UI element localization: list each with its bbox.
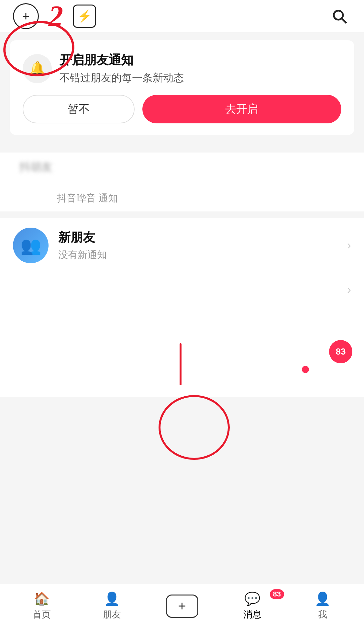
profile-nav-icon: 👤 [314, 591, 331, 607]
nav-left-group: 2 ⚡ [13, 2, 96, 31]
new-friends-avatar: 👥 [13, 228, 49, 263]
search-icon [331, 8, 348, 25]
svg-point-0 [334, 10, 343, 19]
bottom-navigation: 🏠 首页 👤 朋友 + 💬 消息 83 👤 我 [0, 583, 364, 635]
friends-icon: 👥 [20, 236, 41, 255]
notification-subtitle: 不错过朋友的每一条新动态 [60, 71, 341, 85]
messages-nav-icon: 💬 [244, 591, 260, 607]
new-friends-item[interactable]: 👥 新朋友 没有新通知 › [0, 218, 364, 273]
notification-text: 开启朋友通知 不错过朋友的每一条新动态 [60, 52, 341, 85]
empty-content-area [0, 306, 364, 397]
friends-nav-icon: 👤 [104, 591, 120, 607]
add-button[interactable] [13, 3, 39, 29]
friend-tabs: 抖胡友 [13, 153, 351, 182]
message-nav-badge: 83 [270, 589, 284, 599]
cancel-button[interactable]: 暂不 [23, 95, 135, 123]
notification-actions: 暂不 去开启 [23, 95, 341, 123]
notification-header: 🔔 开启朋友通知 不错过朋友的每一条新动态 [23, 52, 341, 85]
confirm-button[interactable]: 去开启 [142, 95, 341, 123]
nav-profile-label: 我 [318, 608, 327, 621]
chevron-right-icon: › [347, 239, 351, 252]
message-badge-top: 83 [329, 340, 352, 363]
bell-icon: 🔔 [29, 61, 46, 76]
create-plus-icon: + [178, 598, 186, 614]
section-divider [0, 143, 364, 153]
chevron-right-icon-2: › [347, 283, 351, 297]
nav-friends-label: 朋友 [103, 608, 121, 621]
nav-item-profile[interactable]: 👤 我 [287, 587, 358, 626]
bell-icon-container: 🔔 [23, 54, 52, 83]
friend-tabs-container: 抖胡友 [0, 153, 364, 182]
svg-line-1 [342, 18, 347, 23]
search-button[interactable] [328, 5, 351, 28]
new-friends-text: 新朋友 没有新通知 [58, 229, 337, 262]
tab-douhu-friend[interactable]: 抖胡友 [13, 153, 59, 182]
nav-item-create[interactable]: + [147, 587, 217, 626]
section-header: 抖音哗音 通知 [0, 182, 364, 211]
section-notification-label: 抖音哗音 通知 [57, 192, 118, 205]
top-navigation: 2 ⚡ [0, 0, 364, 32]
notification-title: 开启朋友通知 [60, 52, 341, 68]
small-notification-dot [302, 366, 309, 373]
secondary-nav-row[interactable]: › [0, 273, 364, 306]
home-icon: 🏠 [34, 591, 50, 607]
annotation-number: 2 [49, 2, 63, 31]
nav-home-label: 首页 [33, 608, 51, 621]
create-button[interactable]: + [166, 595, 198, 618]
red-circle-annotation-tab [159, 395, 230, 460]
notif-section-row: 抖音哗音 通知 [13, 188, 131, 208]
flash-icon: ⚡ [77, 9, 92, 23]
nav-messages-label: 消息 [243, 608, 261, 621]
nav-item-home[interactable]: 🏠 首页 [6, 587, 77, 626]
nav-item-messages[interactable]: 💬 消息 83 [217, 587, 287, 626]
new-friends-name: 新朋友 [58, 229, 337, 246]
flash-button[interactable]: ⚡ [73, 5, 96, 28]
tab-label-douhu: 抖胡友 [19, 160, 52, 175]
new-friends-subtitle: 没有新通知 [58, 248, 337, 262]
notification-card: 🔔 开启朋友通知 不错过朋友的每一条新动态 暂不 去开启 [10, 40, 354, 135]
nav-item-friends[interactable]: 👤 朋友 [77, 587, 147, 626]
